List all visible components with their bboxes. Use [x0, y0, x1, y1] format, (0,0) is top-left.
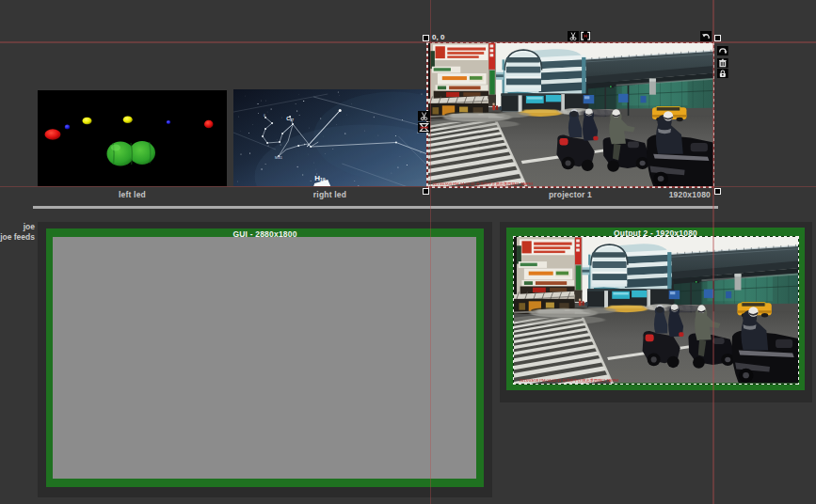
- svg-text:M41: M41: [275, 155, 283, 160]
- svg-text:θ: θ: [264, 114, 265, 118]
